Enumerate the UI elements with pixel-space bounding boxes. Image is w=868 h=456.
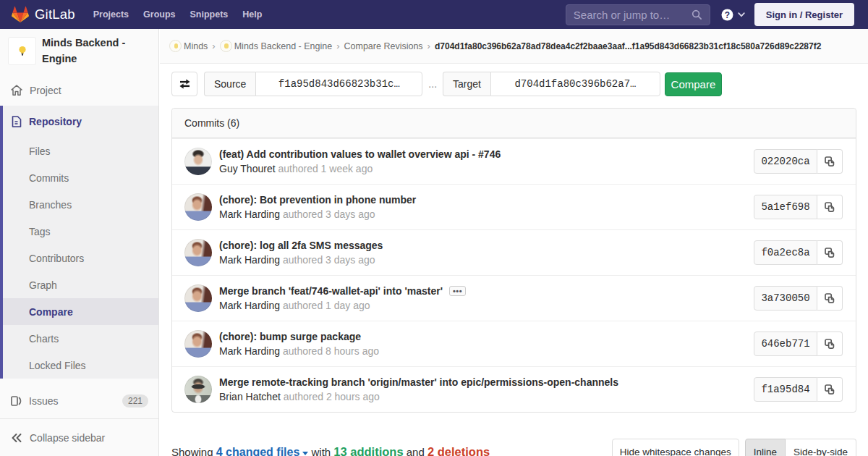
svg-text:?: ?	[725, 9, 730, 20]
